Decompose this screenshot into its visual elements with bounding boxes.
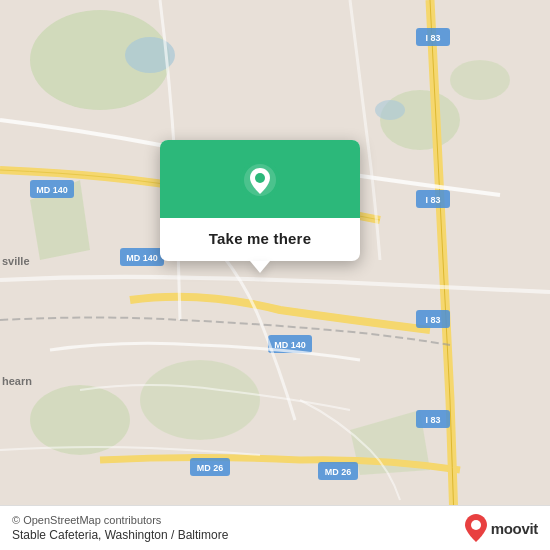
- svg-text:MD 26: MD 26: [197, 463, 224, 473]
- map-container: I 83 I 83 I 83 I 83 MD 140 MD 140 MD 140…: [0, 0, 550, 550]
- svg-text:sville: sville: [2, 255, 30, 267]
- map-attribution: © OpenStreetMap contributors: [12, 514, 228, 526]
- moovit-pin-icon: [465, 514, 487, 542]
- svg-text:MD 26: MD 26: [325, 467, 352, 477]
- popup-green-header: [160, 140, 360, 218]
- svg-text:I 83: I 83: [425, 195, 440, 205]
- take-me-there-button[interactable]: Take me there: [209, 230, 311, 247]
- svg-text:I 83: I 83: [425, 415, 440, 425]
- svg-text:I 83: I 83: [425, 33, 440, 43]
- svg-point-33: [471, 520, 481, 530]
- svg-point-9: [375, 100, 405, 120]
- bottom-bar: © OpenStreetMap contributors Stable Cafe…: [0, 505, 550, 550]
- moovit-brand-text: moovit: [491, 520, 538, 537]
- svg-point-7: [30, 385, 130, 455]
- svg-point-3: [450, 60, 510, 100]
- svg-text:I 83: I 83: [425, 315, 440, 325]
- location-pin-icon: [238, 158, 282, 202]
- svg-text:MD 140: MD 140: [274, 340, 306, 350]
- map-background: I 83 I 83 I 83 I 83 MD 140 MD 140 MD 140…: [0, 0, 550, 550]
- svg-text:MD 140: MD 140: [126, 253, 158, 263]
- svg-text:MD 140: MD 140: [36, 185, 68, 195]
- popup-card: Take me there: [160, 140, 360, 261]
- svg-point-32: [255, 173, 265, 183]
- moovit-logo: moovit: [465, 514, 538, 542]
- svg-point-2: [380, 90, 460, 150]
- location-name: Stable Cafeteria, Washington / Baltimore: [12, 528, 228, 542]
- svg-point-5: [140, 360, 260, 440]
- svg-text:hearn: hearn: [2, 375, 32, 387]
